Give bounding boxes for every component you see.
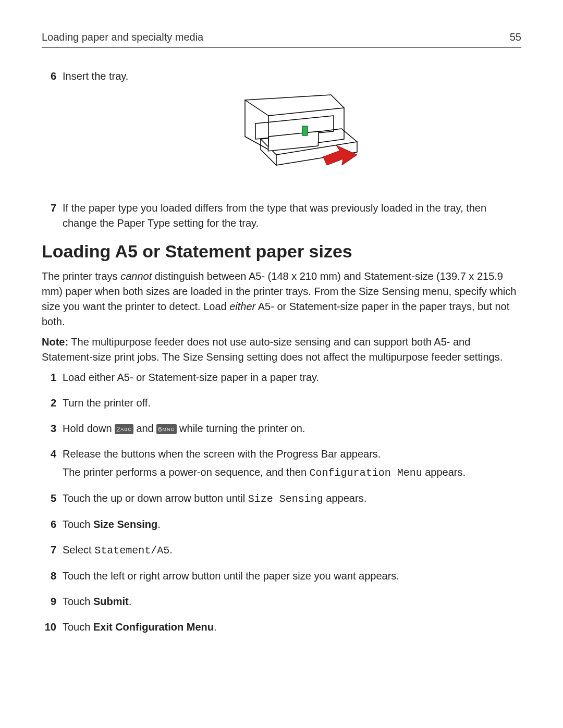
- step-text: Insert the tray.: [63, 70, 128, 82]
- step-number: 9: [42, 594, 56, 609]
- step-text: Turn the printer off.: [63, 397, 151, 409]
- proc-step-1: 1 Load either A5‑ or Statement‑size pape…: [42, 370, 521, 385]
- step-number: 1: [42, 370, 56, 385]
- ui-label: Submit: [93, 596, 129, 607]
- step-6-insert-tray: 6 Insert the tray.: [42, 69, 521, 190]
- svg-marker-2: [323, 145, 357, 165]
- step-number: 2: [42, 396, 56, 411]
- proc-step-6: 6 Touch Size Sensing.: [42, 517, 521, 532]
- step-number: 7: [42, 201, 56, 231]
- step-text: Touch the left or right arrow button unt…: [63, 570, 399, 582]
- menu-name: Size Sensing: [248, 493, 323, 505]
- note-label: Note:: [42, 336, 68, 348]
- ui-label: Size Sensing: [93, 519, 157, 530]
- step-text: Release the buttons when the screen with…: [63, 448, 381, 460]
- step-body: Insert the tray.: [63, 69, 521, 190]
- printer-tray-illustration: [224, 87, 360, 186]
- proc-step-2: 2 Turn the printer off.: [42, 396, 521, 411]
- svg-rect-0: [268, 131, 319, 151]
- procedure-steps: 1 Load either A5‑ or Statement‑size pape…: [42, 370, 521, 635]
- keypad-button-2: 2ABC: [115, 424, 133, 434]
- proc-step-3: 3 Hold down 2ABC and 6MNO while turning …: [42, 421, 521, 436]
- step-number: 7: [42, 542, 56, 558]
- running-header: Loading paper and specialty media 55: [42, 31, 521, 48]
- section-intro-paragraph: The printer trays cannot distinguish bet…: [42, 269, 521, 329]
- menu-option: Statement/A5: [94, 545, 169, 557]
- step-number: 6: [42, 69, 56, 190]
- step-body: If the paper type you loaded differs fro…: [63, 201, 521, 231]
- ui-label: Exit Configuration Menu: [93, 621, 214, 633]
- section-note-paragraph: Note: The multipurpose feeder does not u…: [42, 335, 521, 365]
- step-text: Load either A5‑ or Statement‑size paper …: [63, 372, 319, 383]
- step-number: 6: [42, 517, 56, 532]
- page-number: 55: [510, 31, 521, 43]
- page: Loading paper and specialty media 55 6 I…: [0, 0, 563, 728]
- section-heading: Loading A5 or Statement paper sizes: [42, 241, 521, 262]
- proc-step-4: 4 Release the buttons when the screen wi…: [42, 447, 521, 480]
- proc-step-7: 7 Select Statement/A5.: [42, 542, 521, 558]
- step-7-change-paper-type: 7 If the paper type you loaded differs f…: [42, 201, 521, 231]
- step-number: 4: [42, 447, 56, 480]
- proc-step-8: 8 Touch the left or right arrow button u…: [42, 569, 521, 584]
- step-number: 8: [42, 569, 56, 584]
- proc-step-5: 5 Touch the up or down arrow button unti…: [42, 491, 521, 507]
- step-subtext: The printer performs a power‑on sequence…: [63, 465, 521, 480]
- step-number: 10: [42, 620, 56, 635]
- continued-steps: 6 Insert the tray.: [42, 69, 521, 231]
- running-header-title: Loading paper and specialty media: [42, 31, 203, 43]
- step-number: 5: [42, 491, 56, 507]
- proc-step-10: 10 Touch Exit Configuration Menu.: [42, 620, 521, 635]
- proc-step-9: 9 Touch Submit.: [42, 594, 521, 609]
- menu-name: Configuration Menu: [310, 467, 422, 479]
- svg-rect-1: [302, 126, 308, 135]
- step-number: 3: [42, 421, 56, 436]
- step-text: If the paper type you loaded differs fro…: [63, 202, 486, 229]
- keypad-button-6: 6MNO: [156, 424, 176, 434]
